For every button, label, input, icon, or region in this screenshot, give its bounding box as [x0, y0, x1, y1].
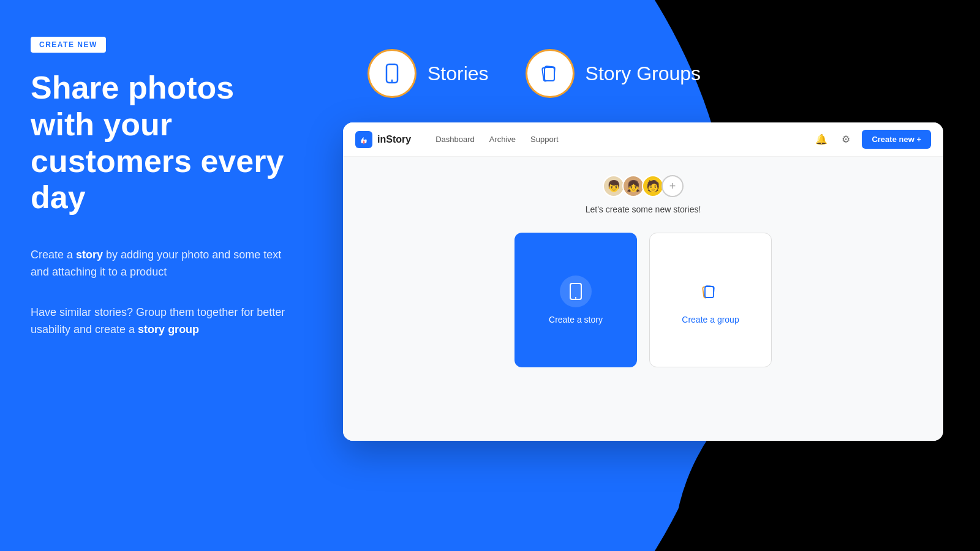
create-story-card-icon — [560, 276, 592, 307]
avatar-2: 👧 — [622, 175, 644, 197]
create-story-card[interactable]: Create a story — [514, 233, 637, 367]
hero-title: Share photos with your customers every d… — [31, 70, 288, 216]
avatar-3: 🧑 — [642, 175, 664, 197]
instory-logo-icon — [355, 131, 372, 148]
group-svg-icon — [537, 61, 563, 86]
description-group: Have similar stories? Group them togethe… — [31, 304, 288, 339]
svg-rect-5 — [355, 131, 372, 148]
content-overlay: CREATE NEW Share photos with your custom… — [0, 0, 980, 551]
create-group-card-label: Create a group — [682, 315, 739, 324]
create-new-nav-button[interactable]: Create new + — [862, 130, 931, 149]
stories-icon-circle — [368, 49, 417, 98]
left-panel: CREATE NEW Share photos with your custom… — [0, 0, 318, 551]
description-story: Create a story by adding your photo and … — [31, 247, 288, 281]
nav-link-support[interactable]: Support — [530, 135, 559, 144]
story-avatars: 👦 👧 🧑 + — [603, 175, 684, 197]
nav-link-archive[interactable]: Archive — [489, 135, 516, 144]
stories-label: Stories — [428, 62, 489, 85]
nav-link-dashboard[interactable]: Dashboard — [435, 135, 475, 144]
group-card-svg — [700, 281, 721, 302]
groups-icon-circle — [526, 49, 575, 98]
app-window: inStory Dashboard Archive Support 🔔 ⚙ Cr… — [343, 122, 943, 441]
avatar-add-btn[interactable]: + — [662, 175, 684, 197]
notification-icon-btn[interactable]: 🔔 — [813, 131, 830, 148]
app-logo-text: inStory — [377, 134, 411, 145]
type-icons-row: Stories Story Groups — [368, 49, 943, 98]
app-main: 👦 👧 🧑 + Let's create some new stories! — [343, 157, 943, 441]
type-item-groups: Story Groups — [526, 49, 701, 98]
app-navbar: inStory Dashboard Archive Support 🔔 ⚙ Cr… — [343, 122, 943, 157]
svg-rect-4 — [545, 67, 554, 81]
story-card-svg — [567, 282, 585, 301]
nav-actions: 🔔 ⚙ Create new + — [813, 130, 931, 149]
svg-rect-10 — [705, 287, 714, 298]
create-story-card-label: Create a story — [549, 315, 603, 324]
cards-row: Create a story Create a group — [368, 233, 919, 367]
groups-label: Story Groups — [586, 62, 701, 85]
create-group-card-icon — [695, 276, 726, 307]
type-item-stories: Stories — [368, 49, 489, 98]
story-svg-icon — [379, 61, 405, 86]
right-panel: Stories Story Groups — [318, 0, 980, 551]
settings-icon-btn[interactable]: ⚙ — [837, 131, 854, 148]
create-new-badge: CREATE NEW — [31, 37, 106, 53]
app-tagline: Let's create some new stories! — [586, 204, 701, 214]
app-logo: inStory — [355, 131, 411, 148]
avatar-1: 👦 — [603, 175, 625, 197]
create-group-card[interactable]: Create a group — [649, 233, 772, 367]
app-nav-links: Dashboard Archive Support — [435, 135, 794, 144]
